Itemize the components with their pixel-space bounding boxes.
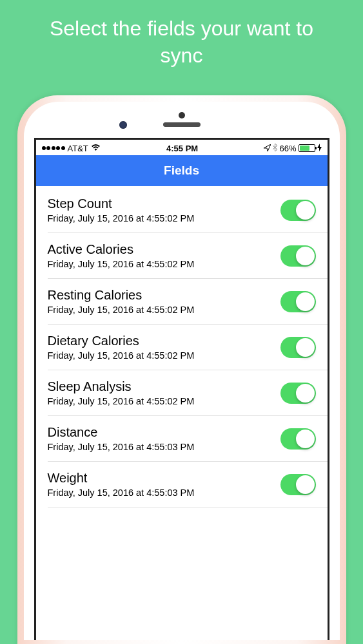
nav-bar: Fields xyxy=(36,155,328,186)
field-subtitle: Friday, July 15, 2016 at 4:55:03 PM xyxy=(48,488,280,498)
nav-title: Fields xyxy=(164,164,199,177)
phone-bezel: AT&T 4:55 PM 66% xyxy=(24,102,340,640)
proximity-sensor xyxy=(179,112,185,118)
phone-screen: AT&T 4:55 PM 66% xyxy=(34,138,329,640)
clock-label: 4:55 PM xyxy=(166,144,198,153)
toggle-switch[interactable] xyxy=(280,337,316,358)
bluetooth-icon xyxy=(273,144,277,153)
toggle-switch[interactable] xyxy=(280,291,316,312)
field-title: Active Calories xyxy=(48,242,280,257)
list-item[interactable]: Weight Friday, July 15, 2016 at 4:55:03 … xyxy=(48,462,328,507)
toggle-switch[interactable] xyxy=(280,200,316,221)
field-title: Weight xyxy=(48,471,280,486)
front-camera xyxy=(119,121,127,129)
charging-icon xyxy=(317,144,322,153)
phone-frame: AT&T 4:55 PM 66% xyxy=(17,95,346,644)
status-left: AT&T xyxy=(42,143,101,153)
field-title: Resting Calories xyxy=(48,288,280,303)
field-title: Distance xyxy=(48,425,280,440)
list-item[interactable]: Step Count Friday, July 15, 2016 at 4:55… xyxy=(48,186,328,233)
list-item[interactable]: Sleep Analysis Friday, July 15, 2016 at … xyxy=(48,370,328,416)
field-subtitle: Friday, July 15, 2016 at 4:55:03 PM xyxy=(48,442,280,452)
battery-icon xyxy=(299,144,315,152)
field-title: Sleep Analysis xyxy=(48,379,280,394)
signal-strength-icon xyxy=(42,146,65,150)
toggle-switch[interactable] xyxy=(280,474,316,495)
list-item[interactable]: Active Calories Friday, July 15, 2016 at… xyxy=(48,233,328,279)
status-right: 66% xyxy=(264,144,321,153)
field-subtitle: Friday, July 15, 2016 at 4:55:02 PM xyxy=(48,396,280,406)
promo-headline: Select the fields your want to sync xyxy=(0,0,363,69)
list-item[interactable]: Resting Calories Friday, July 15, 2016 a… xyxy=(48,279,328,325)
toggle-switch[interactable] xyxy=(280,428,316,450)
field-subtitle: Friday, July 15, 2016 at 4:55:02 PM xyxy=(48,259,280,269)
list-item[interactable]: Distance Friday, July 15, 2016 at 4:55:0… xyxy=(48,416,328,462)
status-bar: AT&T 4:55 PM 66% xyxy=(36,140,328,155)
battery-pct-label: 66% xyxy=(279,144,296,153)
field-subtitle: Friday, July 15, 2016 at 4:55:02 PM xyxy=(48,305,280,315)
location-icon xyxy=(264,144,271,153)
earpiece-speaker xyxy=(163,122,201,127)
wifi-icon xyxy=(91,143,101,153)
fields-list: Step Count Friday, July 15, 2016 at 4:55… xyxy=(36,186,328,507)
carrier-label: AT&T xyxy=(68,144,88,153)
list-item[interactable]: Dietary Calories Friday, July 15, 2016 a… xyxy=(48,325,328,370)
field-subtitle: Friday, July 15, 2016 at 4:55:02 PM xyxy=(48,213,280,223)
toggle-switch[interactable] xyxy=(280,245,316,267)
toggle-switch[interactable] xyxy=(280,383,316,404)
field-subtitle: Friday, July 15, 2016 at 4:55:02 PM xyxy=(48,350,280,361)
field-title: Dietary Calories xyxy=(48,334,280,348)
field-title: Step Count xyxy=(48,196,280,211)
